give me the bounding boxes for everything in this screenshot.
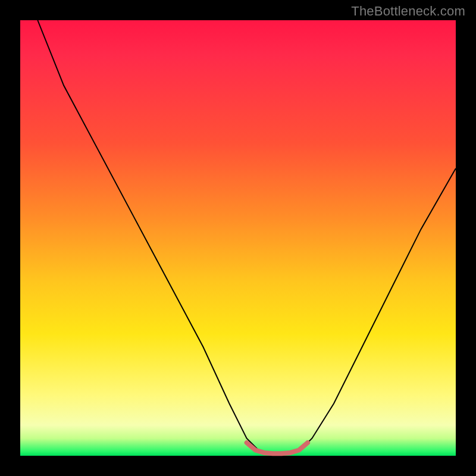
- chart-frame: TheBottleneck.com: [0, 0, 476, 476]
- flat-bottom-marker: [247, 443, 308, 453]
- plot-area: [20, 20, 456, 456]
- chart-svg: [20, 20, 456, 456]
- watermark-text: TheBottleneck.com: [351, 4, 465, 19]
- bottleneck-curve: [37, 20, 456, 453]
